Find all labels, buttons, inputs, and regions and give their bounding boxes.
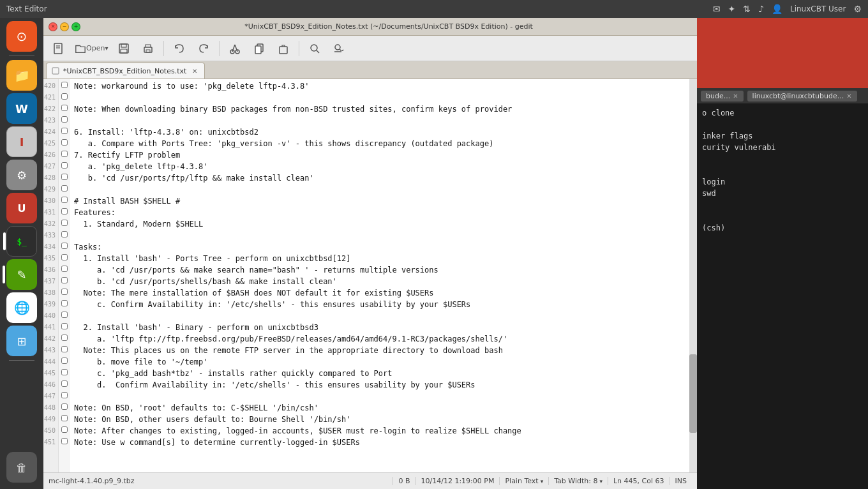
editor-checkbox[interactable]: [61, 323, 68, 329]
line-number: 450: [43, 425, 58, 437]
status-text-type[interactable]: Plain Text ▾: [499, 477, 548, 485]
editor-checkbox[interactable]: [61, 139, 68, 146]
editor-checkbox-row: [59, 401, 70, 412]
main-area: ✕ − + *UnixCBT_BSD9x_Edition_Notes.txt (…: [43, 18, 868, 489]
gedit-window: ✕ − + *UnixCBT_BSD9x_Edition_Notes.txt (…: [43, 18, 697, 489]
editor-checkbox[interactable]: [61, 151, 68, 157]
libreoffice-impress-icon[interactable]: I: [6, 126, 37, 157]
replace-button[interactable]: [327, 38, 350, 59]
editor-checkbox-row: [59, 252, 70, 263]
editor-checkbox[interactable]: [61, 369, 68, 375]
editor-scrollbar[interactable]: [689, 79, 697, 472]
editor-checkbox-row: [59, 79, 70, 91]
tab-width-label: Tab Width: 8: [554, 477, 597, 485]
user-label: LinuxCBT User: [790, 4, 846, 13]
editor-checkbox[interactable]: [61, 185, 68, 192]
terminal-tab-1-close-icon[interactable]: ✕: [733, 93, 738, 100]
editor-checkbox[interactable]: [61, 426, 68, 433]
editor-checkbox[interactable]: [61, 300, 68, 306]
editor-checkbox[interactable]: [61, 392, 68, 398]
editor-checkbox[interactable]: [61, 266, 68, 272]
editor-checkbox[interactable]: [61, 403, 68, 410]
text-type-arrow-icon: ▾: [541, 478, 544, 485]
new-button[interactable]: [47, 38, 70, 59]
envelope-icon[interactable]: ✉: [713, 4, 721, 14]
editor-checkbox-row: [59, 343, 70, 355]
settings-icon[interactable]: ⚙: [853, 4, 862, 14]
editor-checkbox[interactable]: [61, 243, 68, 249]
print-button[interactable]: [137, 38, 160, 59]
editor-checkbox-row: [59, 435, 70, 447]
editor-checkbox[interactable]: [61, 277, 68, 283]
editor-checkbox-row: [59, 137, 70, 148]
editor-checkbox[interactable]: [61, 105, 68, 111]
svg-line-16: [317, 50, 319, 53]
minimize-button[interactable]: −: [60, 22, 69, 31]
gedit-tab-notes[interactable]: *UnixCBT_BSD9x_Edition_Notes.txt ✕: [46, 63, 205, 79]
terminal-tab-2[interactable]: linuxcbt@linuxcbtubude... ✕: [747, 91, 857, 102]
editor-checkbox[interactable]: [61, 346, 68, 352]
volume-icon[interactable]: ♪: [758, 4, 764, 14]
terminal-tab-1[interactable]: bude... ✕: [701, 91, 744, 102]
line-number: 423: [43, 115, 58, 126]
editor-checkbox[interactable]: [61, 128, 68, 134]
copy-button[interactable]: [248, 38, 271, 59]
editor-checkbox[interactable]: [61, 289, 68, 295]
chrome-icon[interactable]: 🌐: [6, 292, 37, 323]
libreoffice-writer-icon[interactable]: W: [6, 93, 37, 124]
close-button[interactable]: ✕: [49, 22, 57, 31]
gedit-icon[interactable]: ✎: [6, 259, 37, 290]
editor-checkbox[interactable]: [61, 231, 68, 237]
toolbar-separator-2: [219, 41, 220, 56]
editor-text-area[interactable]: Note: workaround is to use: 'pkg_delete …: [70, 79, 689, 472]
user-icon[interactable]: 👤: [772, 4, 782, 14]
editor-checkbox[interactable]: [61, 415, 68, 421]
terminal-tab-2-close-icon[interactable]: ✕: [846, 93, 851, 100]
ubuntu-icon[interactable]: ⊙: [6, 21, 37, 52]
editor-checkbox[interactable]: [61, 380, 68, 387]
editor-checkbox[interactable]: [61, 162, 68, 169]
editor-checkbox[interactable]: [61, 197, 68, 203]
network-icon[interactable]: ⇅: [743, 4, 751, 14]
svg-point-15: [311, 45, 317, 51]
editor-checkbox[interactable]: [61, 116, 68, 123]
terminal-content[interactable]: o clone inker flags curity vulnerabi log…: [697, 103, 868, 489]
find-button[interactable]: [303, 38, 326, 59]
svg-rect-13: [255, 46, 261, 54]
bluetooth-icon[interactable]: ✦: [728, 4, 736, 14]
editor-checkbox-row: [59, 91, 70, 102]
maximize-button[interactable]: +: [71, 22, 80, 31]
files-icon[interactable]: 📁: [6, 60, 37, 91]
terminal-icon[interactable]: $_: [6, 226, 37, 257]
status-tab-width[interactable]: Tab Width: 8 ▾: [548, 477, 608, 485]
trash-icon[interactable]: 🗑: [6, 452, 37, 483]
scrollbar-thumb[interactable]: [689, 354, 697, 433]
editor-checkbox[interactable]: [61, 254, 68, 260]
redo-button[interactable]: [192, 38, 215, 59]
software-icon[interactable]: U: [6, 193, 37, 223]
editor-checkbox[interactable]: [61, 312, 68, 318]
editor-checkbox[interactable]: [61, 82, 68, 88]
editor-checkbox[interactable]: [61, 174, 68, 180]
editor-checkbox[interactable]: [61, 220, 68, 226]
cut-button[interactable]: [223, 38, 246, 59]
open-button[interactable]: Open ▾: [71, 41, 111, 56]
gedit-tabs: *UnixCBT_BSD9x_Edition_Notes.txt ✕: [43, 61, 697, 79]
undo-button[interactable]: [168, 38, 191, 59]
status-insert-mode[interactable]: INS: [670, 477, 692, 485]
tab-close-button[interactable]: ✕: [190, 66, 199, 75]
line-number: 446: [43, 379, 58, 391]
line-number: 443: [43, 345, 58, 356]
editor-checkbox[interactable]: [61, 357, 68, 364]
remmina-icon[interactable]: ⊞: [6, 326, 37, 356]
editor-checkbox[interactable]: [61, 335, 68, 341]
line-number: 425: [43, 138, 58, 149]
editor-checkbox[interactable]: [61, 208, 68, 214]
paste-button[interactable]: [272, 38, 295, 59]
editor-checkbox[interactable]: [61, 93, 68, 100]
svg-point-17: [335, 45, 340, 50]
editor-checkbox[interactable]: [61, 438, 68, 444]
editor-checkbox-row: [59, 389, 70, 401]
save-button[interactable]: [112, 38, 135, 59]
system-settings-icon[interactable]: ⚙: [6, 160, 37, 190]
